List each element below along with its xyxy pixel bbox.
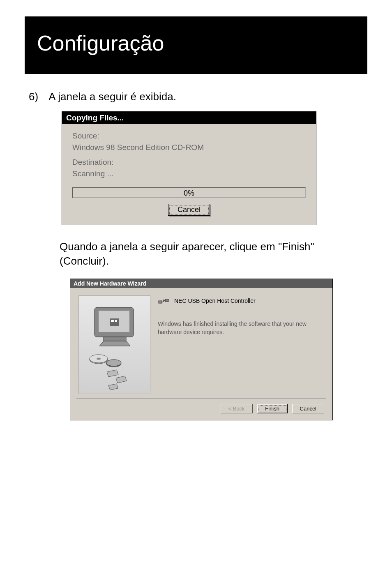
svg-rect-2 (110, 318, 119, 326)
svg-rect-4 (115, 320, 117, 322)
svg-rect-16 (165, 299, 168, 302)
step-row: 6) A janela a seguir é exibida. (29, 90, 363, 103)
svg-point-11 (106, 360, 121, 366)
device-icon (158, 297, 169, 306)
progress-bar: 0% (72, 187, 306, 198)
svg-point-9 (97, 358, 101, 360)
step-number: 6) (29, 90, 38, 103)
svg-rect-5 (104, 337, 126, 341)
svg-marker-14 (108, 384, 118, 390)
destination-label: Destination: (72, 158, 306, 167)
cancel-button[interactable]: Cancel (168, 204, 210, 216)
source-value: Windows 98 Second Edition CD-ROM (72, 143, 306, 152)
wizard-message: Windows has finished installing the soft… (158, 320, 324, 336)
wizard-titlebar: Add New Hardware Wizard (70, 279, 332, 288)
step-text: A janela a seguir é exibida. (48, 90, 176, 103)
svg-rect-3 (111, 320, 114, 322)
copying-files-dialog: Copying Files... Source: Windows 98 Seco… (62, 111, 316, 225)
instruction-text: Quando a janela a seguir aparecer, cliqu… (60, 240, 363, 268)
finish-button[interactable]: Finish (257, 404, 288, 413)
source-label: Source: (72, 131, 306, 141)
page-title: Configuração (37, 31, 355, 55)
device-name: NEC USB Open Host Controller (174, 297, 256, 304)
back-button: < Back (221, 404, 253, 413)
hardware-wizard-dialog: Add New Hardware Wizard (70, 279, 333, 420)
destination-value: Scanning ... (72, 169, 306, 178)
svg-marker-13 (116, 376, 127, 383)
progress-percent: 0% (73, 189, 305, 198)
svg-marker-6 (99, 341, 130, 346)
svg-rect-15 (159, 301, 162, 303)
svg-marker-12 (107, 370, 118, 377)
dialog-titlebar: Copying Files... (62, 112, 316, 124)
wizard-graphic (78, 295, 150, 394)
cancel-button-wizard[interactable]: Cancel (292, 404, 324, 413)
header-banner: Configuração (25, 16, 367, 74)
